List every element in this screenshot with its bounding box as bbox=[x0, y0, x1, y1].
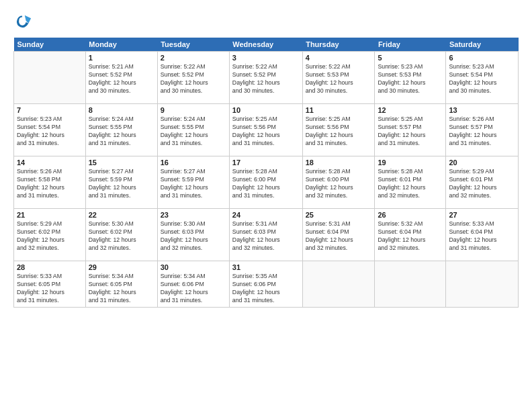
cell-text: Sunrise: 5:27 AM Sunset: 5:59 PM Dayligh… bbox=[161, 168, 226, 200]
week-row-1: 1Sunrise: 5:21 AM Sunset: 5:52 PM Daylig… bbox=[14, 52, 519, 104]
calendar-cell: 13Sunrise: 5:26 AM Sunset: 5:57 PM Dayli… bbox=[446, 104, 519, 156]
header-row: SundayMondayTuesdayWednesdayThursdayFrid… bbox=[14, 38, 519, 52]
day-header-wednesday: Wednesday bbox=[229, 38, 302, 52]
calendar-cell: 21Sunrise: 5:29 AM Sunset: 6:02 PM Dayli… bbox=[14, 209, 86, 261]
day-number: 2 bbox=[161, 54, 226, 62]
logo bbox=[13, 12, 35, 31]
day-number: 3 bbox=[232, 54, 300, 62]
cell-text: Sunrise: 5:29 AM Sunset: 6:02 PM Dayligh… bbox=[17, 220, 83, 253]
calendar-cell: 9Sunrise: 5:24 AM Sunset: 5:55 PM Daylig… bbox=[157, 104, 229, 156]
calendar-cell: 26Sunrise: 5:32 AM Sunset: 6:04 PM Dayli… bbox=[375, 209, 446, 261]
cell-text: Sunrise: 5:32 AM Sunset: 6:04 PM Dayligh… bbox=[378, 220, 443, 253]
calendar-cell: 1Sunrise: 5:21 AM Sunset: 5:52 PM Daylig… bbox=[85, 52, 157, 104]
cell-text: Sunrise: 5:23 AM Sunset: 5:54 PM Dayligh… bbox=[17, 116, 83, 148]
cell-text: Sunrise: 5:34 AM Sunset: 6:06 PM Dayligh… bbox=[161, 273, 226, 305]
day-number: 4 bbox=[306, 54, 372, 62]
calendar-cell: 18Sunrise: 5:28 AM Sunset: 6:00 PM Dayli… bbox=[302, 156, 375, 209]
calendar-cell bbox=[446, 261, 519, 308]
cell-text: Sunrise: 5:28 AM Sunset: 6:00 PM Dayligh… bbox=[306, 168, 372, 200]
day-number: 23 bbox=[161, 211, 226, 219]
cell-text: Sunrise: 5:28 AM Sunset: 6:01 PM Dayligh… bbox=[378, 168, 443, 200]
day-number: 6 bbox=[449, 54, 515, 62]
calendar-table: SundayMondayTuesdayWednesdayThursdayFrid… bbox=[13, 38, 519, 308]
day-number: 17 bbox=[232, 158, 300, 167]
day-number: 20 bbox=[449, 158, 515, 167]
calendar-cell: 28Sunrise: 5:33 AM Sunset: 6:05 PM Dayli… bbox=[14, 261, 86, 308]
calendar-cell bbox=[14, 52, 86, 104]
day-number: 9 bbox=[161, 106, 226, 114]
calendar-cell: 31Sunrise: 5:35 AM Sunset: 6:06 PM Dayli… bbox=[229, 261, 302, 308]
cell-text: Sunrise: 5:27 AM Sunset: 5:59 PM Dayligh… bbox=[89, 168, 154, 200]
calendar-cell: 14Sunrise: 5:26 AM Sunset: 5:58 PM Dayli… bbox=[14, 156, 86, 209]
day-number: 21 bbox=[17, 211, 83, 219]
day-number: 8 bbox=[89, 106, 154, 114]
cell-text: Sunrise: 5:24 AM Sunset: 5:55 PM Dayligh… bbox=[89, 116, 154, 148]
week-row-4: 21Sunrise: 5:29 AM Sunset: 6:02 PM Dayli… bbox=[14, 209, 519, 261]
calendar-cell: 4Sunrise: 5:22 AM Sunset: 5:53 PM Daylig… bbox=[302, 52, 375, 104]
day-number: 19 bbox=[378, 158, 443, 167]
cell-text: Sunrise: 5:33 AM Sunset: 6:04 PM Dayligh… bbox=[449, 220, 515, 253]
cell-text: Sunrise: 5:29 AM Sunset: 6:01 PM Dayligh… bbox=[449, 168, 515, 200]
header bbox=[13, 12, 519, 31]
cell-text: Sunrise: 5:31 AM Sunset: 6:04 PM Dayligh… bbox=[306, 220, 372, 253]
calendar-cell: 3Sunrise: 5:22 AM Sunset: 5:52 PM Daylig… bbox=[229, 52, 302, 104]
day-number: 15 bbox=[89, 158, 154, 167]
day-number: 18 bbox=[306, 158, 372, 167]
cell-text: Sunrise: 5:24 AM Sunset: 5:55 PM Dayligh… bbox=[161, 116, 226, 148]
cell-text: Sunrise: 5:21 AM Sunset: 5:52 PM Dayligh… bbox=[89, 63, 154, 95]
day-header-friday: Friday bbox=[375, 38, 446, 52]
week-row-2: 7Sunrise: 5:23 AM Sunset: 5:54 PM Daylig… bbox=[14, 104, 519, 156]
day-number: 22 bbox=[89, 211, 154, 219]
cell-text: Sunrise: 5:34 AM Sunset: 6:05 PM Dayligh… bbox=[89, 273, 154, 305]
day-number: 31 bbox=[232, 263, 300, 271]
cell-text: Sunrise: 5:22 AM Sunset: 5:53 PM Dayligh… bbox=[306, 63, 372, 95]
day-number: 26 bbox=[378, 211, 443, 219]
cell-text: Sunrise: 5:33 AM Sunset: 6:05 PM Dayligh… bbox=[17, 273, 83, 305]
page: SundayMondayTuesdayWednesdayThursdayFrid… bbox=[0, 0, 532, 411]
day-number: 1 bbox=[89, 54, 154, 62]
cell-text: Sunrise: 5:30 AM Sunset: 6:02 PM Dayligh… bbox=[89, 220, 154, 253]
cell-text: Sunrise: 5:23 AM Sunset: 5:53 PM Dayligh… bbox=[378, 63, 443, 95]
calendar-cell: 2Sunrise: 5:22 AM Sunset: 5:52 PM Daylig… bbox=[157, 52, 229, 104]
calendar-cell: 27Sunrise: 5:33 AM Sunset: 6:04 PM Dayli… bbox=[446, 209, 519, 261]
day-header-sunday: Sunday bbox=[14, 38, 86, 52]
day-number: 28 bbox=[17, 263, 83, 271]
calendar-cell: 23Sunrise: 5:30 AM Sunset: 6:03 PM Dayli… bbox=[157, 209, 229, 261]
day-number: 30 bbox=[161, 263, 226, 271]
calendar-cell: 20Sunrise: 5:29 AM Sunset: 6:01 PM Dayli… bbox=[446, 156, 519, 209]
cell-text: Sunrise: 5:35 AM Sunset: 6:06 PM Dayligh… bbox=[232, 273, 300, 305]
week-row-3: 14Sunrise: 5:26 AM Sunset: 5:58 PM Dayli… bbox=[14, 156, 519, 209]
calendar-cell: 10Sunrise: 5:25 AM Sunset: 5:56 PM Dayli… bbox=[229, 104, 302, 156]
calendar-cell: 11Sunrise: 5:25 AM Sunset: 5:56 PM Dayli… bbox=[302, 104, 375, 156]
day-number: 7 bbox=[17, 106, 83, 114]
day-number: 11 bbox=[306, 106, 372, 114]
cell-text: Sunrise: 5:30 AM Sunset: 6:03 PM Dayligh… bbox=[161, 220, 226, 253]
day-number: 24 bbox=[232, 211, 300, 219]
calendar-cell: 7Sunrise: 5:23 AM Sunset: 5:54 PM Daylig… bbox=[14, 104, 86, 156]
calendar-cell bbox=[375, 261, 446, 308]
logo-icon bbox=[13, 12, 32, 31]
day-header-thursday: Thursday bbox=[302, 38, 375, 52]
calendar-cell: 29Sunrise: 5:34 AM Sunset: 6:05 PM Dayli… bbox=[85, 261, 157, 308]
week-row-5: 28Sunrise: 5:33 AM Sunset: 6:05 PM Dayli… bbox=[14, 261, 519, 308]
cell-text: Sunrise: 5:25 AM Sunset: 5:56 PM Dayligh… bbox=[306, 116, 372, 148]
cell-text: Sunrise: 5:25 AM Sunset: 5:56 PM Dayligh… bbox=[232, 116, 300, 148]
day-number: 27 bbox=[449, 211, 515, 219]
day-number: 25 bbox=[306, 211, 372, 219]
cell-text: Sunrise: 5:26 AM Sunset: 5:57 PM Dayligh… bbox=[449, 116, 515, 148]
calendar-cell: 22Sunrise: 5:30 AM Sunset: 6:02 PM Dayli… bbox=[85, 209, 157, 261]
day-number: 10 bbox=[232, 106, 300, 114]
cell-text: Sunrise: 5:26 AM Sunset: 5:58 PM Dayligh… bbox=[17, 168, 83, 200]
day-number: 29 bbox=[89, 263, 154, 271]
calendar-cell: 8Sunrise: 5:24 AM Sunset: 5:55 PM Daylig… bbox=[85, 104, 157, 156]
day-number: 5 bbox=[378, 54, 443, 62]
cell-text: Sunrise: 5:22 AM Sunset: 5:52 PM Dayligh… bbox=[161, 63, 226, 95]
cell-text: Sunrise: 5:23 AM Sunset: 5:54 PM Dayligh… bbox=[449, 63, 515, 95]
cell-text: Sunrise: 5:25 AM Sunset: 5:57 PM Dayligh… bbox=[378, 116, 443, 148]
cell-text: Sunrise: 5:28 AM Sunset: 6:00 PM Dayligh… bbox=[232, 168, 300, 200]
day-number: 13 bbox=[449, 106, 515, 114]
day-header-saturday: Saturday bbox=[446, 38, 519, 52]
calendar-cell: 25Sunrise: 5:31 AM Sunset: 6:04 PM Dayli… bbox=[302, 209, 375, 261]
day-number: 14 bbox=[17, 158, 83, 167]
calendar-cell bbox=[302, 261, 375, 308]
